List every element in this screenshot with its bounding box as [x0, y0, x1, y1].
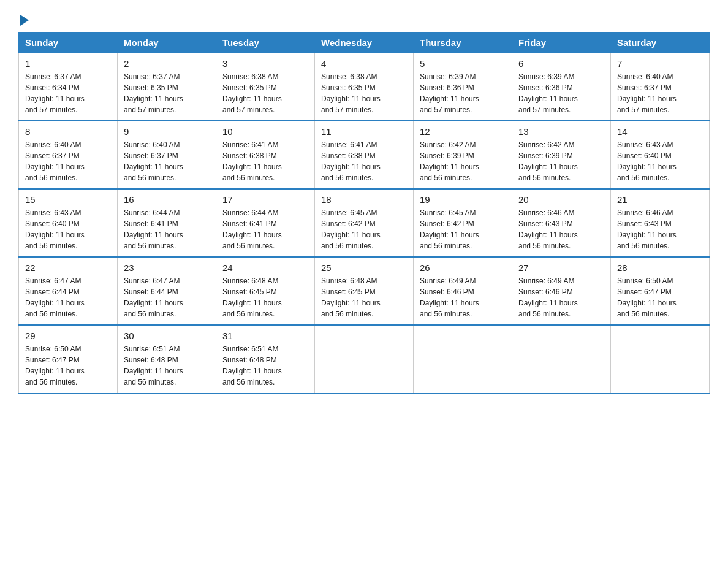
- day-info: Sunrise: 6:40 AMSunset: 6:37 PMDaylight:…: [617, 71, 703, 115]
- week-row-5: 29Sunrise: 6:50 AMSunset: 6:47 PMDayligh…: [19, 325, 710, 393]
- day-cell: 30Sunrise: 6:51 AMSunset: 6:48 PMDayligh…: [118, 325, 216, 393]
- day-number: 25: [321, 262, 407, 273]
- day-number: 15: [25, 194, 111, 205]
- header-thursday: Thursday: [414, 33, 512, 53]
- day-info: Sunrise: 6:41 AMSunset: 6:38 PMDaylight:…: [222, 139, 308, 183]
- day-number: 22: [25, 262, 111, 273]
- day-cell: 3Sunrise: 6:38 AMSunset: 6:35 PMDaylight…: [216, 53, 315, 121]
- day-info: Sunrise: 6:49 AMSunset: 6:46 PMDaylight:…: [420, 275, 506, 320]
- logo-triangle-icon: [20, 15, 29, 26]
- day-number: 1: [25, 58, 111, 69]
- day-number: 19: [420, 194, 506, 205]
- day-cell: 15Sunrise: 6:43 AMSunset: 6:40 PMDayligh…: [19, 189, 118, 257]
- day-number: 8: [25, 126, 111, 137]
- day-cell: 8Sunrise: 6:40 AMSunset: 6:37 PMDaylight…: [19, 121, 118, 189]
- day-info: Sunrise: 6:46 AMSunset: 6:43 PMDaylight:…: [617, 207, 703, 251]
- day-number: 2: [124, 58, 210, 69]
- day-cell: 18Sunrise: 6:45 AMSunset: 6:42 PMDayligh…: [315, 189, 414, 257]
- header-saturday: Saturday: [611, 33, 710, 53]
- day-cell: 16Sunrise: 6:44 AMSunset: 6:41 PMDayligh…: [118, 189, 216, 257]
- day-cell: 17Sunrise: 6:44 AMSunset: 6:41 PMDayligh…: [216, 189, 315, 257]
- day-info: Sunrise: 6:44 AMSunset: 6:41 PMDaylight:…: [222, 207, 308, 251]
- header-row: SundayMondayTuesdayWednesdayThursdayFrid…: [19, 33, 710, 53]
- day-info: Sunrise: 6:50 AMSunset: 6:47 PMDaylight:…: [25, 343, 111, 388]
- day-info: Sunrise: 6:47 AMSunset: 6:44 PMDaylight:…: [124, 275, 210, 320]
- day-info: Sunrise: 6:42 AMSunset: 6:39 PMDaylight:…: [518, 139, 604, 183]
- logo: [18, 12, 29, 26]
- day-info: Sunrise: 6:47 AMSunset: 6:44 PMDaylight:…: [25, 275, 111, 320]
- day-number: 7: [617, 58, 703, 69]
- day-number: 3: [222, 58, 308, 69]
- day-number: 6: [518, 58, 604, 69]
- day-cell: 23Sunrise: 6:47 AMSunset: 6:44 PMDayligh…: [118, 257, 216, 325]
- page-header: [18, 12, 710, 26]
- day-info: Sunrise: 6:38 AMSunset: 6:35 PMDaylight:…: [222, 71, 308, 115]
- day-info: Sunrise: 6:39 AMSunset: 6:36 PMDaylight:…: [420, 71, 506, 115]
- week-row-4: 22Sunrise: 6:47 AMSunset: 6:44 PMDayligh…: [19, 257, 710, 325]
- day-number: 29: [25, 331, 111, 341]
- day-cell: 10Sunrise: 6:41 AMSunset: 6:38 PMDayligh…: [216, 121, 315, 189]
- day-cell: [414, 325, 512, 393]
- day-cell: 11Sunrise: 6:41 AMSunset: 6:38 PMDayligh…: [315, 121, 414, 189]
- day-cell: [315, 325, 414, 393]
- day-number: 9: [124, 126, 210, 137]
- day-cell: 1Sunrise: 6:37 AMSunset: 6:34 PMDaylight…: [19, 53, 118, 121]
- header-tuesday: Tuesday: [216, 33, 315, 53]
- header-sunday: Sunday: [19, 33, 118, 53]
- day-number: 5: [420, 58, 506, 69]
- week-row-3: 15Sunrise: 6:43 AMSunset: 6:40 PMDayligh…: [19, 189, 710, 257]
- day-number: 18: [321, 194, 407, 205]
- calendar-table: SundayMondayTuesdayWednesdayThursdayFrid…: [18, 32, 710, 394]
- day-info: Sunrise: 6:48 AMSunset: 6:45 PMDaylight:…: [222, 275, 308, 320]
- day-info: Sunrise: 6:40 AMSunset: 6:37 PMDaylight:…: [25, 139, 111, 183]
- day-cell: 4Sunrise: 6:38 AMSunset: 6:35 PMDaylight…: [315, 53, 414, 121]
- day-number: 30: [124, 331, 210, 341]
- day-cell: 31Sunrise: 6:51 AMSunset: 6:48 PMDayligh…: [216, 325, 315, 393]
- day-info: Sunrise: 6:43 AMSunset: 6:40 PMDaylight:…: [617, 139, 703, 183]
- day-cell: 2Sunrise: 6:37 AMSunset: 6:35 PMDaylight…: [118, 53, 216, 121]
- day-info: Sunrise: 6:46 AMSunset: 6:43 PMDaylight:…: [518, 207, 604, 251]
- day-info: Sunrise: 6:40 AMSunset: 6:37 PMDaylight:…: [124, 139, 210, 183]
- day-info: Sunrise: 6:49 AMSunset: 6:46 PMDaylight:…: [518, 275, 604, 320]
- day-number: 14: [617, 126, 703, 137]
- day-cell: 14Sunrise: 6:43 AMSunset: 6:40 PMDayligh…: [611, 121, 710, 189]
- week-row-1: 1Sunrise: 6:37 AMSunset: 6:34 PMDaylight…: [19, 53, 710, 121]
- day-number: 12: [420, 126, 506, 137]
- day-number: 10: [222, 126, 308, 137]
- day-number: 21: [617, 194, 703, 205]
- day-cell: 5Sunrise: 6:39 AMSunset: 6:36 PMDaylight…: [414, 53, 512, 121]
- day-number: 24: [222, 262, 308, 273]
- day-cell: 22Sunrise: 6:47 AMSunset: 6:44 PMDayligh…: [19, 257, 118, 325]
- day-cell: 25Sunrise: 6:48 AMSunset: 6:45 PMDayligh…: [315, 257, 414, 325]
- day-cell: 6Sunrise: 6:39 AMSunset: 6:36 PMDaylight…: [512, 53, 611, 121]
- header-friday: Friday: [512, 33, 611, 53]
- day-cell: 13Sunrise: 6:42 AMSunset: 6:39 PMDayligh…: [512, 121, 611, 189]
- day-info: Sunrise: 6:48 AMSunset: 6:45 PMDaylight:…: [321, 275, 407, 320]
- day-info: Sunrise: 6:51 AMSunset: 6:48 PMDaylight:…: [222, 343, 308, 388]
- day-info: Sunrise: 6:42 AMSunset: 6:39 PMDaylight:…: [420, 139, 506, 183]
- day-number: 16: [124, 194, 210, 205]
- day-cell: 19Sunrise: 6:45 AMSunset: 6:42 PMDayligh…: [414, 189, 512, 257]
- day-number: 17: [222, 194, 308, 205]
- day-number: 20: [518, 194, 604, 205]
- day-cell: 27Sunrise: 6:49 AMSunset: 6:46 PMDayligh…: [512, 257, 611, 325]
- day-cell: 12Sunrise: 6:42 AMSunset: 6:39 PMDayligh…: [414, 121, 512, 189]
- day-info: Sunrise: 6:41 AMSunset: 6:38 PMDaylight:…: [321, 139, 407, 183]
- day-number: 23: [124, 262, 210, 273]
- day-number: 26: [420, 262, 506, 273]
- day-info: Sunrise: 6:37 AMSunset: 6:34 PMDaylight:…: [25, 71, 111, 115]
- header-monday: Monday: [118, 33, 216, 53]
- day-cell: 9Sunrise: 6:40 AMSunset: 6:37 PMDaylight…: [118, 121, 216, 189]
- day-info: Sunrise: 6:43 AMSunset: 6:40 PMDaylight:…: [25, 207, 111, 251]
- day-info: Sunrise: 6:37 AMSunset: 6:35 PMDaylight:…: [124, 71, 210, 115]
- day-info: Sunrise: 6:38 AMSunset: 6:35 PMDaylight:…: [321, 71, 407, 115]
- day-number: 13: [518, 126, 604, 137]
- day-info: Sunrise: 6:44 AMSunset: 6:41 PMDaylight:…: [124, 207, 210, 251]
- day-cell: 29Sunrise: 6:50 AMSunset: 6:47 PMDayligh…: [19, 325, 118, 393]
- header-wednesday: Wednesday: [315, 33, 414, 53]
- day-cell: 21Sunrise: 6:46 AMSunset: 6:43 PMDayligh…: [611, 189, 710, 257]
- day-number: 31: [222, 331, 308, 341]
- day-number: 11: [321, 126, 407, 137]
- day-cell: 20Sunrise: 6:46 AMSunset: 6:43 PMDayligh…: [512, 189, 611, 257]
- day-cell: [512, 325, 611, 393]
